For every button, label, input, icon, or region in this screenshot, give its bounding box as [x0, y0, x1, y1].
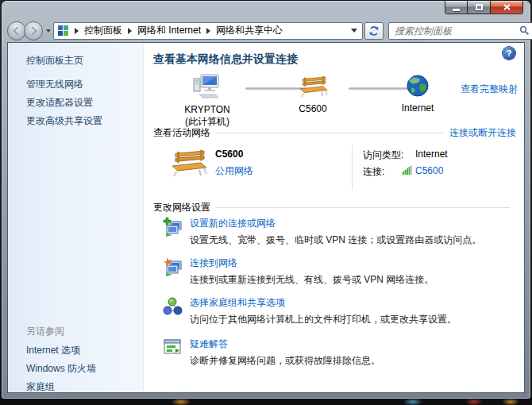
map-node-internet[interactable]: Internet	[386, 75, 449, 114]
breadcrumb-network-sharing-center[interactable]: 网络和共享中心	[216, 24, 283, 37]
network-type-link[interactable]: 公用网络	[215, 164, 253, 178]
desktop-background: 控制面板 网络和 Internet 网络和共享中心	[0, 0, 532, 405]
sidebar-item-manage-wireless[interactable]: 管理无线网络	[26, 78, 83, 91]
section-rule	[217, 133, 443, 133]
access-type-label: 访问类型:	[363, 148, 403, 162]
setup-new-connection-link[interactable]: 设置新的连接或网络	[190, 217, 276, 230]
map-node-computer[interactable]: KRYPTON (此计算机)	[172, 73, 243, 128]
maximize-button[interactable]	[468, 1, 491, 14]
address-dropdown-icon[interactable]	[351, 29, 357, 33]
refresh-button[interactable]	[364, 22, 384, 40]
troubleshoot-link[interactable]: 疑难解答	[190, 338, 228, 351]
map-node-network[interactable]: C5600	[280, 76, 345, 115]
network-sharing-center-window: 控制面板 网络和 Internet 网络和共享中心	[2, 1, 530, 399]
connections-label: 连接:	[363, 165, 384, 179]
wireless-signal-icon	[403, 165, 412, 175]
active-network-card: C5600 公用网络 访问类型: Internet 连接: C5600	[153, 144, 516, 193]
close-button[interactable]	[491, 1, 523, 14]
internet-globe-icon	[407, 75, 429, 97]
computer-icon	[192, 73, 222, 98]
setup-new-connection-desc: 设置无线、宽带、拨号、临时或 VPN 连接；或设置路由器或访问点。	[190, 234, 518, 246]
forward-button[interactable]	[24, 21, 43, 40]
connect-to-network-icon	[163, 256, 183, 277]
task-homegroup-sharing: 选择家庭组和共享选项 访问位于其他网络计算机上的文件和打印机，或更改共享设置。	[163, 296, 518, 326]
active-networks-header: 查看活动网络 连接或断开连接	[153, 126, 516, 140]
map-internet-label: Internet	[386, 102, 449, 114]
connect-to-network-link[interactable]: 连接到网络	[190, 256, 237, 270]
network-center-icon	[57, 25, 69, 37]
maximize-icon	[476, 4, 483, 10]
connect-disconnect-link[interactable]: 连接或断开连接	[449, 126, 516, 140]
card-divider	[352, 145, 353, 190]
breadcrumb-network-internet[interactable]: 网络和 Internet	[137, 24, 201, 37]
search-box[interactable]	[388, 22, 532, 40]
troubleshoot-desc: 诊断并修复网络问题，或获得故障排除信息。	[190, 355, 518, 367]
forward-arrow-icon	[28, 26, 37, 35]
breadcrumb-separator-icon	[206, 28, 210, 34]
task-setup-new-connection: 设置新的连接或网络 设置无线、宽带、拨号、临时或 VPN 连接；或设置路由器或访…	[163, 217, 518, 246]
task-connect-to-network: 连接到网络 连接到或重新连接到无线、有线、拨号或 VPN 网络连接。	[163, 256, 518, 286]
access-type-value: Internet	[415, 148, 448, 160]
section-rule	[217, 207, 510, 208]
refresh-icon	[368, 25, 380, 37]
search-icon[interactable]	[519, 25, 530, 36]
minimize-button[interactable]	[445, 1, 468, 14]
sidebar-item-control-panel-home[interactable]: 控制面板主页	[26, 54, 83, 68]
sidebar-item-windows-firewall[interactable]: Windows 防火墙	[26, 362, 96, 376]
task-troubleshoot: 疑难解答 诊断并修复网络问题，或获得故障排除信息。	[163, 338, 518, 367]
connect-to-network-desc: 连接到或重新连接到无线、有线、拨号或 VPN 网络连接。	[190, 274, 518, 286]
window-controls	[445, 1, 523, 14]
minimize-icon	[453, 9, 460, 11]
map-network-label: C5600	[280, 103, 345, 115]
window-content: 控制面板主页 管理无线网络 更改适配器设置 更改高级共享设置 另请参阅 Inte…	[7, 42, 525, 393]
homegroup-icon	[163, 296, 183, 317]
homegroup-sharing-link[interactable]: 选择家庭组和共享选项	[190, 296, 285, 310]
homegroup-sharing-desc: 访问位于其他网络计算机上的文件和打印机，或更改共享设置。	[190, 314, 518, 326]
sidebar-item-internet-options[interactable]: Internet 选项	[26, 344, 80, 357]
network-bench-icon	[169, 150, 207, 177]
troubleshoot-icon	[163, 338, 183, 358]
new-connection-icon	[163, 217, 183, 237]
connection-link[interactable]: C5600	[415, 165, 443, 176]
back-arrow-icon	[13, 26, 21, 35]
search-input[interactable]	[395, 25, 519, 37]
navigation-toolbar: 控制面板 网络和 Internet 网络和共享中心	[7, 20, 525, 41]
sidebar-item-homegroup[interactable]: 家庭组	[26, 380, 55, 393]
breadcrumb-separator-icon	[75, 28, 79, 34]
sidebar-item-change-adapter[interactable]: 更改适配器设置	[26, 96, 93, 110]
recent-pages-dropdown[interactable]	[46, 29, 51, 33]
network-settings-header: 更改网络设置	[153, 201, 516, 214]
sidebar-item-advanced-sharing[interactable]: 更改高级共享设置	[26, 114, 102, 128]
network-settings-title: 更改网络设置	[153, 201, 210, 214]
see-full-map-link[interactable]: 查看完整映射	[461, 83, 518, 96]
breadcrumb-control-panel[interactable]: 控制面板	[84, 24, 122, 37]
page-title: 查看基本网络信息并设置连接	[153, 52, 298, 67]
address-bar[interactable]: 控制面板 网络和 Internet 网络和共享中心	[53, 22, 363, 40]
map-computer-label: KRYPTON (此计算机)	[172, 104, 243, 128]
main-panel: 查看基本网络信息并设置连接 ?	[144, 43, 524, 392]
active-network-name: C5600	[215, 148, 243, 160]
sidebar: 控制面板主页 管理无线网络 更改适配器设置 更改高级共享设置 另请参阅 Inte…	[8, 43, 144, 392]
breadcrumb-separator-icon	[128, 28, 132, 34]
see-also-header: 另请参阅	[26, 325, 64, 338]
close-icon	[503, 4, 511, 10]
network-bench-icon	[298, 76, 328, 98]
active-networks-title: 查看活动网络	[153, 126, 210, 140]
help-icon[interactable]: ?	[503, 47, 515, 60]
